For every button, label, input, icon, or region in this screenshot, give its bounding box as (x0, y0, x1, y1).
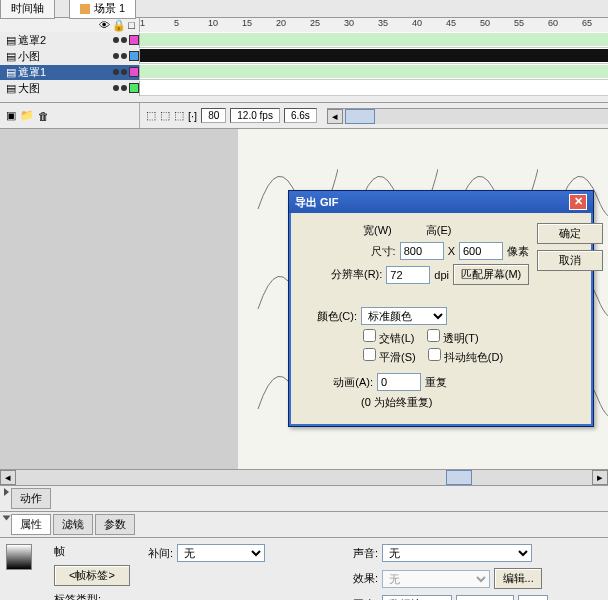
layer-track[interactable] (140, 32, 608, 48)
edit-button[interactable]: 编辑... (494, 568, 542, 589)
center-icon[interactable]: [·] (188, 110, 197, 122)
visibility-dot[interactable] (113, 69, 119, 75)
color-swatch[interactable] (129, 67, 139, 77)
smooth-checkbox[interactable]: 平滑(S) (363, 348, 416, 365)
sync-select[interactable]: 数据流 (382, 595, 452, 600)
layer-row[interactable]: ▤小图 (0, 48, 608, 64)
delete-layer-icon[interactable]: 🗑 (38, 110, 49, 122)
scene-icon (80, 4, 90, 14)
color-select[interactable]: 标准颜色 (361, 307, 447, 325)
fps-display: 12.0 fps (230, 108, 280, 123)
sync-label: 同步: (353, 597, 378, 601)
timeline-scrollbar[interactable]: ◂ (327, 108, 608, 124)
lock-dot[interactable] (121, 53, 127, 59)
top-tabs: 时间轴 场景 1 (0, 0, 608, 18)
tab-timeline[interactable]: 时间轴 (0, 0, 55, 19)
tween-select[interactable]: 无 (177, 544, 265, 562)
lock-dot[interactable] (121, 69, 127, 75)
color-swatch[interactable] (129, 35, 139, 45)
color-label: 颜色(C): (301, 309, 357, 324)
color-swatch[interactable] (129, 83, 139, 93)
stage-pasteboard (0, 129, 238, 469)
onion-range-icon[interactable]: ⬚ (160, 109, 170, 122)
dialog-titlebar[interactable]: 导出 GIF ✕ (289, 191, 593, 213)
bottom-panel: 动作 属性 滤镜 参数 帧 <帧标签> 标签类型: 补间: 无 声音: 无 (0, 485, 608, 600)
frame-label-button[interactable]: <帧标签> (54, 565, 130, 586)
layer-icon: ▤ (6, 50, 16, 63)
size-label: 尺寸: (340, 244, 396, 259)
tab-actions[interactable]: 动作 (11, 488, 51, 509)
transparent-checkbox[interactable]: 透明(T) (427, 329, 479, 346)
layer-name: 遮罩2 (18, 33, 111, 48)
edit-multi-icon[interactable]: ⬚ (174, 109, 184, 122)
lock-icon[interactable]: 🔒 (112, 19, 126, 32)
onion-icon[interactable]: ⬚ (146, 109, 156, 122)
layer-header-controls: 👁 🔒 □ (0, 18, 140, 32)
color-swatch[interactable] (129, 51, 139, 61)
stage-h-scrollbar[interactable]: ◂ ▸ (0, 469, 608, 485)
animation-label: 动画(A): (317, 375, 373, 390)
timeline-panel: 👁 🔒 □ 1510152025303540455055606570 ▤遮罩2▤… (0, 18, 608, 129)
layer-icon: ▤ (6, 82, 16, 95)
tween-label: 补间: (148, 546, 173, 561)
lock-dot[interactable] (121, 37, 127, 43)
expand-icon[interactable] (3, 516, 11, 521)
layer-row[interactable]: ▤遮罩2 (0, 32, 608, 48)
match-screen-button[interactable]: 匹配屏幕(M) (453, 264, 529, 285)
time-display: 6.6s (284, 108, 317, 123)
layer-row[interactable]: ▤大图 (0, 80, 608, 96)
layer-footer-buttons: ▣ 📁 🗑 (0, 103, 140, 128)
sound-label: 声音: (353, 546, 378, 561)
frame-number: 80 (201, 108, 226, 123)
width-input[interactable] (400, 242, 444, 260)
dither-checkbox[interactable]: 抖动纯色(D) (428, 348, 503, 365)
dpi-input[interactable] (386, 266, 430, 284)
height-label: 高(E) (426, 223, 452, 238)
add-folder-icon[interactable]: 📁 (20, 109, 34, 122)
tab-scene[interactable]: 场景 1 (69, 0, 136, 19)
by-label: X (448, 245, 455, 257)
layer-name: 小图 (18, 49, 111, 64)
layer-track[interactable] (140, 64, 608, 80)
tab-properties[interactable]: 属性 (11, 514, 51, 535)
frame-label: 帧 (54, 544, 65, 559)
frame-preview (6, 544, 32, 570)
tab-params[interactable]: 参数 (95, 514, 135, 535)
interlace-checkbox[interactable]: 交错(L) (363, 329, 415, 346)
lock-dot[interactable] (121, 85, 127, 91)
layer-track[interactable] (140, 80, 608, 96)
export-gif-dialog: 导出 GIF ✕ 宽(W) 高(E) 尺寸: X 像素 分辨率(R): dpi … (288, 190, 594, 427)
close-icon[interactable]: ✕ (569, 194, 587, 210)
ok-button[interactable]: 确定 (537, 223, 603, 244)
cancel-button[interactable]: 取消 (537, 250, 603, 271)
dpi-label: dpi (434, 269, 449, 281)
animation-input[interactable] (377, 373, 421, 391)
add-layer-icon[interactable]: ▣ (6, 109, 16, 122)
tab-filters[interactable]: 滤镜 (53, 514, 93, 535)
layer-track[interactable] (140, 48, 608, 64)
visibility-dot[interactable] (113, 37, 119, 43)
note-label: (0 为始终重复) (361, 395, 433, 410)
outline-icon[interactable]: □ (128, 19, 135, 31)
layer-icon: ▤ (6, 34, 16, 47)
visibility-dot[interactable] (113, 85, 119, 91)
timeline-ruler[interactable]: 1510152025303540455055606570 (140, 18, 608, 32)
layer-row[interactable]: ▤遮罩1 (0, 64, 608, 80)
eye-icon[interactable]: 👁 (99, 19, 110, 31)
layer-icon: ▤ (6, 66, 16, 79)
resolution-label: 分辨率(R): (326, 267, 382, 282)
layer-name: 大图 (18, 81, 111, 96)
sound-select[interactable]: 无 (382, 544, 532, 562)
pixels-label: 像素 (507, 244, 529, 259)
effect-select[interactable]: 无 (382, 570, 490, 588)
label-type-label: 标签类型: (54, 592, 101, 600)
sync-repeat-select[interactable] (456, 595, 514, 600)
sync-count-input[interactable] (518, 595, 548, 600)
width-label: 宽(W) (363, 223, 392, 238)
visibility-dot[interactable] (113, 53, 119, 59)
layer-name: 遮罩1 (18, 65, 111, 80)
effect-label: 效果: (353, 571, 378, 586)
height-input[interactable] (459, 242, 503, 260)
expand-icon[interactable] (4, 488, 9, 496)
repeat-label: 重复 (425, 375, 447, 390)
